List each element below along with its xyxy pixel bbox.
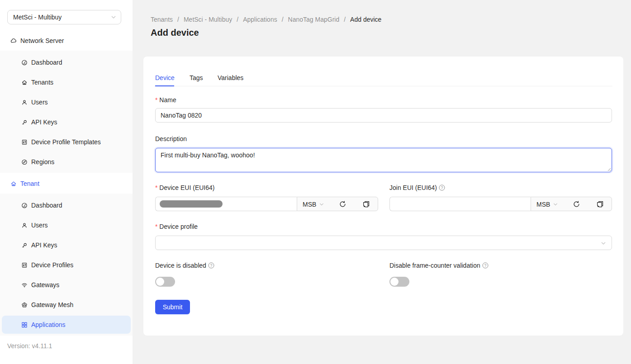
svg-text:?: ?	[441, 185, 443, 190]
svg-text:?: ?	[210, 263, 212, 268]
svg-text:?: ?	[484, 263, 486, 268]
